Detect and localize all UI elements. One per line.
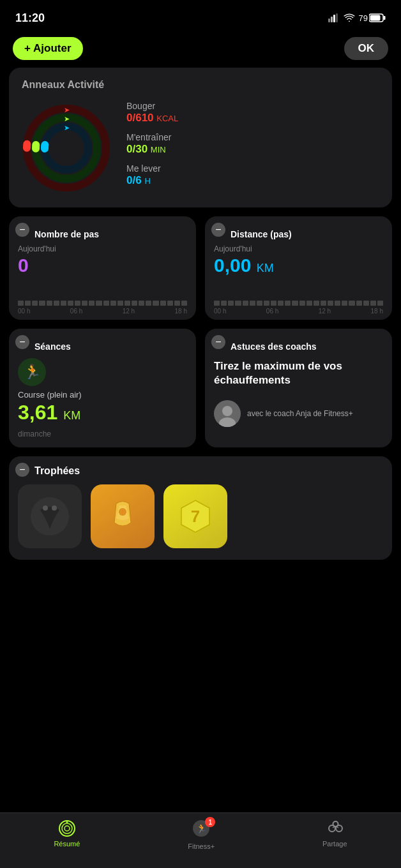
nav-resume[interactable]: Résumé	[54, 819, 80, 850]
trophies-title: Trophées	[18, 465, 383, 477]
running-icon: 🏃	[18, 358, 46, 386]
trophies-remove-button[interactable]: −	[15, 463, 29, 477]
trophy-item-3: 7	[163, 484, 227, 548]
bar	[68, 301, 73, 306]
steps-chart-bars	[18, 281, 187, 306]
metrics-row: − Nombre de pas Aujourd'hui 0	[9, 216, 392, 320]
nav-fitness[interactable]: 🏃 1 Fitness+	[188, 819, 215, 850]
svg-point-17	[222, 406, 232, 416]
svg-point-25	[62, 823, 72, 834]
bar	[243, 301, 248, 306]
bar	[32, 301, 38, 306]
bar	[321, 301, 326, 306]
wifi-icon	[344, 13, 355, 22]
move-stat: Bouger 0/610 KCAL	[126, 101, 379, 124]
coach-card: − Astuces des coachs Tirez le maximum de…	[205, 329, 392, 447]
coach-avatar	[214, 400, 241, 427]
bar	[61, 301, 66, 306]
scroll-content: Anneaux Activité ➤ ➤	[0, 68, 401, 630]
bar	[25, 301, 31, 306]
distance-remove-button[interactable]: −	[211, 223, 225, 237]
bar	[370, 301, 376, 306]
coach-remove-button[interactable]: −	[211, 335, 225, 349]
status-time: 11:20	[15, 11, 45, 25]
svg-text:➤: ➤	[64, 115, 70, 123]
bar	[214, 301, 220, 306]
signal-icon	[328, 13, 340, 22]
ok-button[interactable]: OK	[344, 37, 389, 60]
seances-coach-row: − Séances 🏃 Course (plein air) 3,61 KM d…	[9, 329, 392, 447]
nav-fitness-label: Fitness+	[188, 842, 215, 850]
coach-footer: avec le coach Anja de Fitness+	[214, 400, 383, 427]
seances-remove-button[interactable]: −	[15, 335, 29, 349]
nav-partage[interactable]: Partage	[322, 819, 347, 850]
steps-value: 0	[18, 255, 187, 276]
svg-point-26	[64, 826, 70, 831]
steps-remove-button[interactable]: −	[15, 223, 29, 237]
activity-rings-card: Anneaux Activité ➤ ➤	[9, 68, 392, 207]
svg-rect-5	[384, 16, 386, 20]
steps-card: − Nombre de pas Aujourd'hui 0	[9, 216, 196, 320]
svg-rect-3	[336, 13, 338, 22]
bar	[349, 301, 354, 306]
bar	[271, 301, 276, 306]
move-label: Bouger	[126, 101, 379, 111]
svg-rect-2	[333, 15, 335, 22]
fitness-badge: 1	[205, 817, 215, 827]
trophies-row: 7	[18, 484, 383, 551]
bar	[377, 301, 383, 306]
coach-tip: Tirez le maximum de vos échauffements	[214, 359, 383, 387]
battery-icon: 79	[359, 13, 386, 23]
bar	[299, 301, 305, 306]
bar	[110, 301, 116, 306]
distance-chart-labels: 00 h 06 h 12 h 18 h	[214, 308, 383, 315]
coach-name: avec le coach Anja de Fitness+	[247, 408, 353, 419]
status-icons: 79	[328, 13, 386, 23]
exercise-value: 0/30 MIN	[126, 143, 379, 156]
bar	[132, 301, 137, 306]
bar	[235, 301, 241, 306]
svg-rect-0	[328, 19, 330, 22]
svg-text:➤: ➤	[64, 124, 70, 131]
distance-card: − Distance (pas) Aujourd'hui 0,00 KM	[205, 216, 392, 320]
bar	[153, 301, 158, 306]
bar	[139, 301, 144, 306]
nav-resume-label: Résumé	[54, 840, 80, 848]
bar	[328, 301, 333, 306]
svg-point-20	[43, 505, 48, 511]
trophies-card: − Trophées	[9, 456, 392, 560]
bar	[278, 301, 284, 306]
bar	[257, 301, 262, 306]
steps-chart: 00 h 06 h 12 h 18 h	[18, 281, 187, 312]
bottom-nav: Résumé 🏃 1 Fitness+ Partage	[0, 812, 401, 868]
svg-rect-1	[331, 17, 333, 22]
seances-activity: Course (plein air)	[18, 390, 187, 400]
exercise-label: M'entraîner	[126, 132, 379, 142]
svg-point-13	[45, 126, 88, 170]
nav-partage-label: Partage	[322, 840, 347, 848]
seances-card: − Séances 🏃 Course (plein air) 3,61 KM d…	[9, 329, 196, 447]
bar	[335, 301, 340, 306]
bar	[174, 301, 180, 306]
bar	[103, 301, 109, 306]
svg-point-21	[52, 505, 57, 511]
bar	[89, 301, 95, 306]
resume-icon	[58, 819, 76, 837]
svg-point-22	[119, 508, 126, 516]
activity-card-title: Anneaux Activité	[22, 79, 379, 91]
svg-line-33	[337, 827, 338, 828]
bar	[75, 301, 80, 306]
bar	[117, 301, 123, 306]
distance-title: Distance (pas)	[214, 229, 383, 239]
bar	[181, 301, 187, 306]
bar	[54, 301, 59, 306]
add-button[interactable]: + Ajouter	[13, 37, 83, 60]
steps-sublabel: Aujourd'hui	[18, 244, 187, 253]
stand-label: Me lever	[126, 163, 379, 174]
stand-value: 0/6 H	[126, 174, 379, 187]
battery-level: 79	[359, 13, 368, 23]
svg-line-32	[333, 827, 335, 828]
bar	[285, 301, 291, 306]
bar	[228, 301, 234, 306]
exercise-stat: M'entraîner 0/30 MIN	[126, 132, 379, 156]
